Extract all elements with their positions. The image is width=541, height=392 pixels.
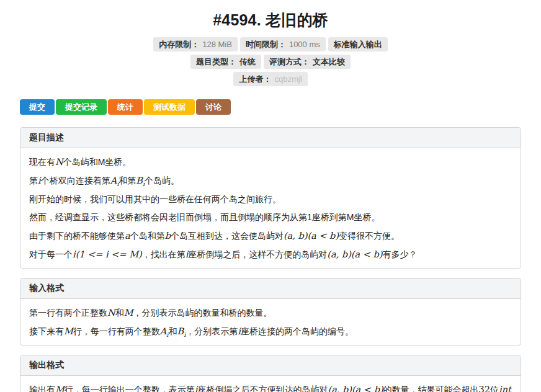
text-segment: 然而，经调查显示，这些桥都将会因老旧而倒塌，而且倒塌的顺序为从第1座桥到第M坐桥… <box>29 212 380 222</box>
memory-limit-badge-value: 128 MiB <box>202 40 232 49</box>
memory-limit-badge: 内存限制：128 MiB <box>153 37 238 51</box>
paragraph: 第一行有两个正整数N和M，分别表示岛屿的数量和桥的数量。 <box>29 306 512 319</box>
text-segment: 对于每一个 <box>29 249 73 259</box>
text-segment: 现在有 <box>29 157 55 167</box>
text-segment: ，分别表示岛屿的数量和桥的数量。 <box>133 308 272 318</box>
section-input-format-body: 第一行有两个正整数N和M，分别表示岛屿的数量和桥的数量。接下来有M行，每一行有两… <box>20 299 521 345</box>
text-segment: ，分别表示第 <box>186 326 238 336</box>
io-mode-badge: 标准输入输出 <box>328 37 388 51</box>
text-segment: 由于剩下的桥不能够使第 <box>29 231 125 241</box>
math-segment: i(1 <= i <= M) <box>73 249 142 259</box>
problem-page: #4594. 老旧的桥 内存限制：128 MiB时间限制：1000 ms标准输入… <box>0 0 541 392</box>
badge-rows: 内存限制：128 MiB时间限制：1000 ms标准输入输出题目类型：传统评测方… <box>20 37 521 86</box>
math-segment: b <box>165 231 171 241</box>
paragraph: 由于剩下的桥不能够使第a个岛和第b个岛互相到达，这会使岛屿对(a, b)(a <… <box>29 229 512 243</box>
math-segment: M <box>55 385 65 392</box>
section-output-format-header: 输出格式 <box>20 355 521 376</box>
section-description-body: 现在有N个岛屿和M坐桥。第i个桥双向连接着第Ai和第Bi个岛屿。刚开始的时候，我… <box>20 148 521 268</box>
section-description-header: 题目描述 <box>20 128 521 148</box>
math-segment: Bi <box>177 326 186 336</box>
paragraph: 接下来有M行，每一行有两个整数Ai和Bi，分别表示第i座桥连接的两个岛屿的编号。 <box>29 325 512 338</box>
math-segment: a <box>125 231 130 241</box>
paragraph: 现在有N个岛屿和M坐桥。 <box>29 156 512 169</box>
problem-type-badge: 题目类型：传统 <box>190 55 261 69</box>
memory-limit-badge-label: 内存限制： <box>159 40 199 49</box>
text-segment: 行，每一行输出一个整数，表示第 <box>65 385 195 392</box>
math-segment: (a, b)(a < b) <box>328 385 383 392</box>
text-segment: 刚开始的时候，我们可以用其中的一些桥在任何两个岛之间旅行。 <box>29 194 281 204</box>
text-segment: 行，每一行有两个整数 <box>73 326 160 336</box>
text-segment: 接下来有 <box>29 326 64 336</box>
testdata-button[interactable]: 测试数据 <box>144 99 195 115</box>
paragraph: 刚开始的时候，我们可以用其中的一些桥在任何两个岛之间旅行。 <box>29 193 512 205</box>
text-segment: 个岛互相到达，这会使岛屿对 <box>171 231 284 241</box>
text-segment: 和 <box>115 308 124 318</box>
math-segment: (a, b)(a < b) <box>327 249 382 259</box>
section-output-format: 输出格式输出有M行，每一行输出一个整数，表示第i座桥倒塌之后不方便到达的岛屿对(… <box>20 355 521 392</box>
problem-type-badge-value: 传统 <box>239 57 256 66</box>
uploader-badge-value[interactable]: cqbzmjl <box>274 74 302 84</box>
judge-mode-badge-value: 文本比较 <box>313 57 345 66</box>
badge-row: 内存限制：128 MiB时间限制：1000 ms标准输入输出 <box>20 37 521 51</box>
time-limit-badge-label: 时间限制： <box>246 40 286 49</box>
text-segment: 个岛屿。 <box>145 176 179 185</box>
text-segment: 座桥倒塌之后，这样不方便的岛屿对 <box>188 249 327 259</box>
submit-button[interactable]: 提交 <box>20 99 55 115</box>
time-limit-badge: 时间限制：1000 ms <box>240 37 326 51</box>
math-segment: (a, b)(a < b) <box>284 231 339 241</box>
sections: 题目描述现在有N个岛屿和M坐桥。第i个桥双向连接着第Ai和第Bi个岛屿。刚开始的… <box>20 127 521 392</box>
text-segment: 变得很不方便。 <box>339 231 400 241</box>
paragraph: 输出有M行，每一行输出一个整数，表示第i座桥倒塌之后不方便到达的岛屿对(a, b… <box>29 383 512 392</box>
section-output-format-body: 输出有M行，每一行输出一个整数，表示第i座桥倒塌之后不方便到达的岛屿对(a, b… <box>20 376 521 392</box>
action-buttons: 提交提交记录统计测试数据讨论 <box>20 99 521 115</box>
math-segment: int <box>499 385 511 392</box>
text-segment: 的数量，结果可能会超出 <box>383 385 479 392</box>
badge-row: 题目类型：传统评测方式：文本比较 <box>20 55 521 69</box>
text-segment: 第一行有两个正整数 <box>29 308 107 318</box>
section-input-format-header: 输入格式 <box>20 278 521 299</box>
page-title: #4594. 老旧的桥 <box>20 10 521 30</box>
text-segment: 个岛屿和M坐桥。 <box>63 157 132 167</box>
text-segment: 和第 <box>118 176 136 185</box>
uploader-badge-label: 上传者： <box>239 74 271 84</box>
uploader-badge: 上传者：cqbzmjl <box>233 72 307 86</box>
problem-type-badge-label: 题目类型： <box>196 57 236 66</box>
text-segment: ，找出在第 <box>142 249 186 259</box>
paragraph: 第i个桥双向连接着第Ai和第Bi个岛屿。 <box>29 174 512 187</box>
text-segment: 个岛和第 <box>130 231 165 241</box>
text-segment: 输出有 <box>29 385 55 392</box>
paragraph: 然而，经调查显示，这些桥都将会因老旧而倒塌，而且倒塌的顺序为从第1座桥到第M坐桥… <box>29 211 512 223</box>
badge-row: 上传者：cqbzmjl <box>20 72 521 86</box>
text-segment: 座桥连接的两个岛屿的编号。 <box>241 326 354 336</box>
text-segment: 和 <box>169 326 177 336</box>
io-mode-badge-label: 标准输入输出 <box>334 40 382 49</box>
text-segment: 有多少？ <box>382 249 417 259</box>
text-segment: 位 <box>490 385 499 392</box>
discussion-button[interactable]: 讨论 <box>196 99 231 115</box>
time-limit-badge-value: 1000 ms <box>289 40 320 49</box>
math-segment: M <box>124 308 133 318</box>
section-description: 题目描述现在有N个岛屿和M坐桥。第i个桥双向连接着第Ai和第Bi个岛屿。刚开始的… <box>20 127 521 269</box>
math-segment: 32 <box>479 385 490 392</box>
math-segment: N <box>55 157 63 167</box>
math-segment: Ai <box>160 326 169 336</box>
paragraph: 对于每一个i(1 <= i <= M)，找出在第i座桥倒塌之后，这样不方便的岛屿… <box>29 248 512 261</box>
judge-mode-badge: 评测方式：文本比较 <box>264 55 351 69</box>
text-segment: 座桥倒塌之后不方便到达的岛屿对 <box>198 385 328 392</box>
judge-mode-badge-label: 评测方式： <box>269 57 310 66</box>
math-segment: M <box>64 326 73 336</box>
math-segment: Bi <box>136 176 145 185</box>
math-segment: Ai <box>110 176 119 185</box>
text-segment: 第 <box>29 176 38 185</box>
text-segment: 个桥双向连接着第 <box>41 176 110 185</box>
submissions-button[interactable]: 提交记录 <box>56 99 107 115</box>
section-input-format: 输入格式第一行有两个正整数N和M，分别表示岛屿的数量和桥的数量。接下来有M行，每… <box>20 278 521 345</box>
math-segment: N <box>107 308 115 318</box>
statistics-button[interactable]: 统计 <box>108 99 143 115</box>
